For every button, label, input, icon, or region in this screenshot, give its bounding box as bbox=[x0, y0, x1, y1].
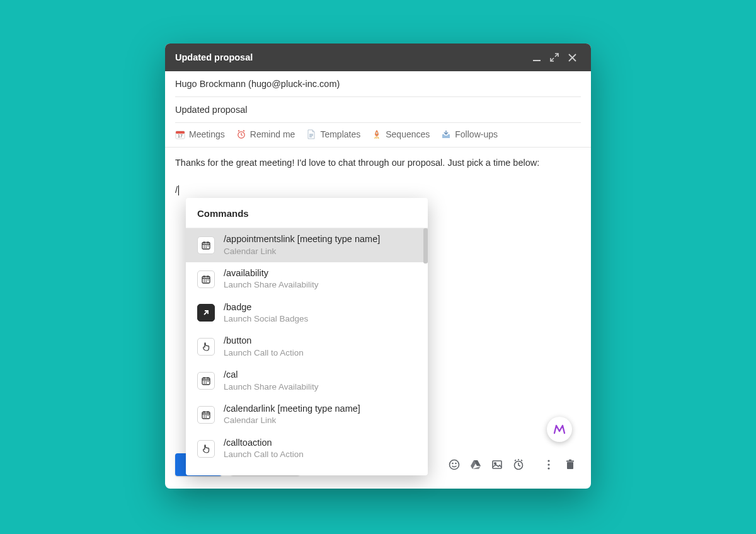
command-name: /badge bbox=[224, 301, 308, 314]
svg-point-5 bbox=[376, 132, 378, 134]
pointer-icon bbox=[197, 338, 215, 356]
commands-title: Commands bbox=[186, 198, 428, 228]
svg-rect-0 bbox=[533, 60, 541, 61]
command-text: /badgeLaunch Social Badges bbox=[224, 301, 308, 325]
svg-point-17 bbox=[547, 463, 549, 465]
command-name: /button bbox=[224, 335, 304, 347]
more-icon[interactable] bbox=[538, 454, 559, 475]
slash-char: / bbox=[175, 184, 178, 195]
command-item[interactable]: /calendarlink [meeting type name]Calenda… bbox=[186, 398, 428, 432]
command-text: /appointmentslink [meeting type name]Cal… bbox=[224, 233, 380, 257]
compose-window: Updated proposal Hugo Brockmann (hugo@pl… bbox=[165, 44, 591, 489]
calendar-icon bbox=[197, 236, 215, 254]
command-item[interactable]: /buttonLaunch Call to Action bbox=[186, 330, 428, 364]
command-desc: Launch Call to Action bbox=[224, 347, 304, 359]
toolbar-templates-label: Templates bbox=[320, 129, 360, 139]
svg-rect-19 bbox=[567, 462, 573, 469]
close-icon[interactable] bbox=[563, 49, 581, 66]
calendar-icon bbox=[197, 406, 215, 424]
alarm-emoji-icon bbox=[236, 129, 246, 139]
calendar-emoji-icon: 17 bbox=[175, 129, 185, 139]
toolbar-meetings[interactable]: 17 Meetings bbox=[175, 129, 225, 139]
calendar-icon bbox=[197, 372, 215, 390]
body-line-1: Thanks for the great meeting! I'd love t… bbox=[175, 156, 581, 170]
mixmax-badge[interactable] bbox=[547, 417, 572, 442]
window-title: Updated proposal bbox=[175, 52, 528, 62]
svg-point-18 bbox=[547, 467, 549, 469]
toolbar-remind[interactable]: Remind me bbox=[236, 129, 295, 139]
inbox-emoji-icon bbox=[441, 129, 451, 139]
toolbar-sequences[interactable]: Sequences bbox=[372, 129, 430, 139]
command-desc: Calendar Link bbox=[224, 415, 360, 426]
command-text: /availabilityLaunch Share Availability bbox=[224, 267, 319, 291]
command-desc: Launch Share Availability bbox=[224, 279, 319, 291]
command-text: /calendarlink [meeting type name]Calenda… bbox=[224, 403, 360, 427]
minimize-icon[interactable] bbox=[528, 49, 546, 66]
titlebar: Updated proposal bbox=[165, 44, 591, 71]
toolbar-remind-label: Remind me bbox=[250, 129, 295, 139]
command-item[interactable]: /appointmentslink [meeting type name]Cal… bbox=[186, 228, 428, 262]
svg-rect-21 bbox=[569, 460, 571, 461]
svg-point-16 bbox=[547, 460, 549, 461]
command-item[interactable]: /calltoactionLaunch Call to Action bbox=[186, 432, 428, 466]
slash-command-trigger: / bbox=[175, 183, 581, 197]
command-desc: Launch Call to Action bbox=[224, 449, 304, 460]
toolbar-followups-label: Follow-ups bbox=[455, 129, 498, 139]
svg-point-11 bbox=[452, 463, 453, 464]
toolbar-meetings-label: Meetings bbox=[189, 129, 225, 139]
rocket-emoji-icon bbox=[372, 129, 382, 139]
insert-toolbar: 17 Meetings Remind me Templates Sequence… bbox=[165, 123, 591, 148]
command-desc: Calendar Link bbox=[224, 246, 380, 257]
command-name: /calendarlink [meeting type name] bbox=[224, 403, 360, 415]
text-cursor bbox=[178, 185, 179, 195]
command-name: /availability bbox=[224, 267, 319, 280]
svg-point-10 bbox=[450, 460, 459, 470]
svg-point-12 bbox=[455, 463, 456, 464]
svg-point-14 bbox=[495, 463, 496, 465]
command-item[interactable]: /calLaunch Share Availability bbox=[186, 364, 428, 398]
command-text: /calltoactionLaunch Call to Action bbox=[224, 437, 304, 461]
document-emoji-icon bbox=[306, 129, 316, 139]
header-fields: Hugo Brockmann (hugo@pluck-inc.com) Upda… bbox=[165, 71, 591, 123]
arrow-dark-icon bbox=[197, 304, 215, 322]
svg-text:17: 17 bbox=[178, 134, 183, 138]
command-desc: Launch Social Badges bbox=[224, 313, 308, 325]
expand-icon[interactable] bbox=[546, 49, 563, 66]
subject-field[interactable]: Updated proposal bbox=[175, 97, 581, 123]
commands-popover: Commands /appointmentslink [meeting type… bbox=[186, 198, 428, 475]
schedule-icon[interactable] bbox=[508, 454, 529, 475]
command-desc: Launch Share Availability bbox=[224, 381, 319, 393]
toolbar-sequences-label: Sequences bbox=[386, 129, 430, 139]
command-name: /appointmentslink [meeting type name] bbox=[224, 233, 380, 246]
emoji-icon[interactable] bbox=[444, 454, 465, 475]
image-icon[interactable] bbox=[486, 454, 508, 475]
to-field[interactable]: Hugo Brockmann (hugo@pluck-inc.com) bbox=[175, 71, 581, 97]
scrollbar-thumb[interactable] bbox=[423, 228, 428, 264]
command-name: /calltoaction bbox=[224, 437, 304, 450]
drive-icon[interactable] bbox=[465, 454, 486, 475]
command-name: /cal bbox=[224, 369, 319, 381]
toolbar-templates[interactable]: Templates bbox=[306, 129, 360, 139]
commands-list: /appointmentslink [meeting type name]Cal… bbox=[186, 228, 428, 475]
command-text: /calLaunch Share Availability bbox=[224, 369, 319, 393]
toolbar-followups[interactable]: Follow-ups bbox=[441, 129, 498, 139]
svg-rect-13 bbox=[493, 461, 501, 468]
command-item[interactable]: /availabilityLaunch Share Availability bbox=[186, 262, 428, 296]
calendar-icon bbox=[197, 270, 215, 288]
command-text: /buttonLaunch Call to Action bbox=[224, 335, 304, 359]
command-item[interactable]: /badgeLaunch Social Badges bbox=[186, 296, 428, 330]
pointer-icon bbox=[197, 440, 215, 458]
trash-icon[interactable] bbox=[559, 454, 581, 475]
